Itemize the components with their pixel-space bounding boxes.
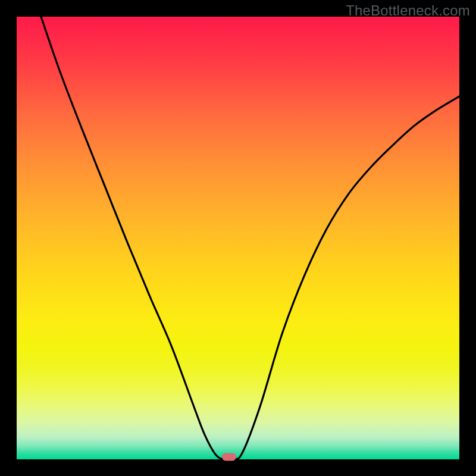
bottleneck-curve	[41, 17, 459, 459]
chart-frame: TheBottleneck.com	[0, 0, 476, 476]
minimum-marker	[222, 453, 236, 461]
curve-svg	[17, 17, 459, 459]
watermark-text: TheBottleneck.com	[346, 2, 470, 19]
plot-area	[17, 17, 459, 459]
